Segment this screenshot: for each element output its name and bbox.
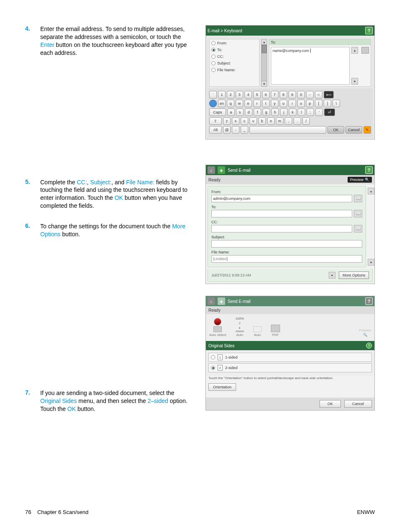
subject-radio[interactable]: Subject: [211,61,257,65]
start-icon[interactable]: ◈ [218,166,225,174]
key-'[interactable]: ' [315,108,323,116]
key-.[interactable]: . [294,117,301,125]
key-x[interactable]: x [232,117,239,125]
filename-radio[interactable]: File Name: [211,68,257,72]
home-icon[interactable]: ⌂ [208,166,215,174]
to-input[interactable]: name@company.com [271,47,350,85]
key-2[interactable]: 2 [227,91,234,98]
auto-item[interactable]: Auto [253,326,262,337]
key-6[interactable]: 6 [262,91,270,98]
cancel-button[interactable]: Cancel [344,400,372,408]
key-7[interactable]: 7 [271,91,278,98]
key-=[interactable]: = [315,91,322,98]
key-j[interactable]: j [280,108,288,116]
to-input[interactable] [211,210,352,217]
key-y[interactable]: y [271,100,278,107]
help-icon[interactable]: ? [365,27,373,34]
help-icon[interactable]: ? [365,297,373,305]
key-,[interactable]: , [285,117,292,125]
preview-item[interactable]: Preview🔍 [359,328,371,337]
scroll-down-icon[interactable]: ▾ [351,78,358,85]
key-e[interactable]: e [244,100,252,107]
more-options-button[interactable]: More Options [339,271,369,279]
pdf-item[interactable]: PDF [271,325,280,337]
scroll-up-icon[interactable]: ▴ [351,47,358,54]
key-1[interactable]: 1 [218,91,226,98]
to-radio[interactable]: To: [211,48,257,52]
addressbook-icon[interactable]: 📖 [354,210,362,217]
key-d[interactable]: d [245,108,252,116]
key-o[interactable]: o [297,100,305,107]
ok-key[interactable]: OK [327,126,344,134]
subject-input[interactable] [211,240,362,248]
addressbook-icon[interactable]: 📖 [354,225,362,232]
key-4[interactable]: 4 [244,91,252,98]
home-icon[interactable]: ⌂ [208,297,215,305]
key-l[interactable]: l [298,108,305,116]
scroll-up-icon[interactable]: ▴ [368,188,374,194]
key-h[interactable]: h [271,108,279,116]
scroll-down-icon[interactable]: ▾ [261,81,267,87]
alt-key[interactable]: Alt [209,126,222,134]
addressbook-icon[interactable]: 📖 [354,195,362,202]
key-w[interactable]: w [236,100,243,107]
cc-radio[interactable]: CC: [211,54,257,59]
cancel-key[interactable]: Cancel [345,126,362,134]
copies-item[interactable]: 100%2▸Auto [235,317,244,337]
scroll-down-icon[interactable]: ▾ [368,259,374,266]
dash-key[interactable]: - [232,126,239,134]
key-q[interactable]: q [227,100,234,107]
key-[[interactable]: [ [315,100,322,107]
space-key[interactable] [249,126,326,134]
auto-detect-item[interactable]: Auto detect [209,318,226,337]
caps-key[interactable]: Caps [209,108,226,116]
underscore-key[interactable]: _ [241,126,248,134]
globe-icon[interactable] [209,100,217,107]
key-;[interactable]: ; [306,108,314,116]
at-key[interactable]: @ [223,126,231,134]
key-b[interactable]: b [258,117,266,125]
chevron-down-icon[interactable]: ▾ [329,272,335,279]
cc-input[interactable] [211,225,352,232]
two-sided-option[interactable]: 22-sided [208,363,372,372]
key-f[interactable]: f [254,108,261,116]
key-g[interactable]: g [262,108,270,116]
from-radio[interactable]: From: [211,41,257,45]
key-/[interactable]: / [302,117,310,125]
scroll-up-icon[interactable]: ▴ [261,39,267,45]
key-s[interactable]: s [236,108,244,116]
key-][interactable]: ] [324,100,331,107]
key-v[interactable]: v [249,117,257,125]
clear-icon[interactable]: ✎ [364,126,371,134]
help-icon[interactable]: ? [365,166,373,174]
key-u[interactable]: u [280,100,287,107]
preview-button[interactable]: Preview🔍 [348,177,372,183]
key-\[interactable]: \ [332,100,340,107]
shift-key[interactable]: ⇧ [209,117,222,125]
key-p[interactable]: p [306,100,314,107]
key-t[interactable]: t [262,100,270,107]
key-k[interactable]: k [289,108,296,116]
key-m[interactable]: m [276,117,283,125]
key-`[interactable]: ` [209,91,217,98]
key-a[interactable]: a [227,108,235,116]
key-c[interactable]: c [241,117,248,125]
key--[interactable]: - [306,91,314,98]
from-input[interactable]: admin@company.com [211,195,352,202]
key-i[interactable]: i [288,100,296,107]
lang-key[interactable]: en [218,100,226,107]
orientation-button[interactable]: Orientation [208,383,236,391]
enter-key[interactable]: ⏎ [324,108,335,116]
start-icon[interactable]: ◈ [218,297,225,305]
key-5[interactable]: 5 [253,91,261,98]
key-8[interactable]: 8 [280,91,287,98]
key-3[interactable]: 3 [236,91,243,98]
key-r[interactable]: r [253,100,261,107]
key-9[interactable]: 9 [288,91,296,98]
keyboard-icon[interactable] [361,47,369,54]
key-0[interactable]: 0 [297,91,305,98]
one-sided-option[interactable]: 11-sided [208,353,372,362]
field-scrollbar[interactable]: ▴ ▾ [261,39,267,87]
key-z[interactable]: z [223,117,231,125]
backspace-key[interactable]: ⟵ [324,91,334,98]
